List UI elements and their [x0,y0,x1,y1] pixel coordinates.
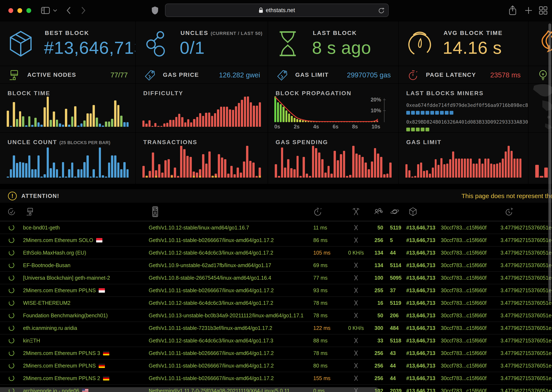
table-row[interactable]: 2Miners.com Ethereum PPLNS 3Geth/v1.10.1… [0,347,552,359]
chevron-down-icon[interactable] [53,9,57,12]
gas-price-value: 126.282 gwei [219,71,260,79]
node-name[interactable]: 2Miners.com Ethereum SOLO [23,237,149,243]
table-row[interactable]: 2Miners.com Ethereum PPLNSGeth/v1.10.11-… [0,359,552,372]
back-button[interactable] [66,6,71,15]
shield-icon[interactable] [151,6,159,15]
node-name[interactable]: Foundation Benchmarking(bench01) [23,313,149,319]
node-mining [344,312,369,319]
node-name[interactable]: 2Miners.com Ethereum PPLNS 2 [23,375,149,381]
reload-icon[interactable] [378,7,385,14]
table-row[interactable]: archivenode.io - node06Nethermind/v1.11.… [0,384,552,392]
node-name[interactable]: bce-bnd01-geth [23,225,149,231]
nodes-table: bce-bnd01-gethGeth/v1.10.12-stable/linux… [0,221,552,392]
miner-blocks-squares [406,111,505,115]
node-total-difficulty: 3.477962715376051e+ [501,287,552,294]
node-name[interactable]: [Universa Blockchain] geth-mainnet-2 [23,275,149,281]
y-tick [383,111,386,111]
y-tick-label: 20% [371,97,381,103]
node-status-icon [0,387,23,392]
node-block-hash: 30ccf783...c15f660f [441,313,501,319]
node-name[interactable]: 2Miners.com Ethereum PPLNS [23,287,149,294]
url-bar[interactable]: ethstats.net [165,4,389,17]
node-block: #13,646,713 [406,225,441,231]
flag-sg-icon [96,238,102,242]
attention-label: ATTENTION! [21,193,59,199]
table-row[interactable]: EthSolo.MaxHash.org (EU)Geth/v1.10.12-st… [0,246,552,259]
node-pending: 2039 [383,388,406,392]
node-name[interactable]: kinΞTH [23,338,149,344]
node-latency: 93 ms [306,287,344,294]
not-mining-icon [353,262,359,268]
node-total-difficulty: 3.477962715376051e+ [501,250,552,256]
node-block: #13,646,713 [406,350,441,356]
table-row[interactable]: 2Miners.com Ethereum PPLNSGeth/v1.10.11-… [0,284,552,296]
active-nodes-card: ACTIVE NODES 77/77 [0,66,135,83]
table-row[interactable]: bce-bnd01-gethGeth/v1.10.12-stable/linux… [0,221,552,234]
node-name[interactable]: 2Miners.com Ethereum PPLNS [23,363,149,369]
sidebar-toggle-icon[interactable] [41,7,50,14]
node-name[interactable]: EthSolo.MaxHash.org (EU) [23,250,149,256]
gas-limit-card: GAS LIMIT 29970705 gas [268,66,398,83]
node-peers: 100 [369,275,383,281]
maximize-window-button[interactable] [26,8,31,13]
flag-us-icon [82,389,88,392]
node-block-hash: 30ccf783...c15f660f [441,388,501,392]
active-nodes-value: 77/77 [110,71,128,79]
node-block-hash: 30ccf783...c15f660f [441,363,501,369]
node-info: Geth/v1.10.11-stable-7231b3ef/linux-amd6… [149,325,306,331]
not-mining-icon [353,388,359,392]
scrollbar-thumb[interactable] [548,23,551,302]
node-name[interactable]: eth.icanmining.ru aridia [23,325,149,331]
node-block: #13,646,713 [406,313,441,319]
node-info: Geth/v1.10.8-stable-26675454/linux-amd64… [149,275,306,281]
share-icon[interactable] [509,6,517,15]
node-icon [23,207,149,217]
stat-title: ACTIVE NODES [27,71,76,78]
new-tab-icon[interactable] [524,6,533,15]
node-info: Nethermind/v1.11.7-0-75f034a08-20211119/… [149,388,306,392]
node-mining [344,375,369,381]
forward-button[interactable] [81,6,86,15]
table-row[interactable]: kinΞTHGeth/v1.10.12-stable-6c4dc6c3/linu… [0,334,552,347]
node-status-icon [0,237,23,244]
node-name[interactable]: WISE-ETHEREUM2 [23,300,149,306]
miner-address[interactable]: 0x829BD824B016326A401d083B33D092293333A8… [406,119,528,125]
node-latency: 11 ms [306,225,344,231]
node-block-hash: 30ccf783...c15f660f [441,262,501,268]
node-peers: 33 [369,338,383,344]
node-mining [344,388,369,392]
hourglass-icon [276,31,299,58]
stat-title: AVG BLOCK TIME [444,30,503,36]
best-block-value: #13,646,713 [44,38,135,58]
node-info-icon [149,206,306,217]
node-block: #13,646,713 [406,388,441,392]
not-mining-icon [353,338,359,343]
tab-overview-icon[interactable] [539,6,548,15]
nodes-table-header [0,203,552,221]
block-cube-icon [406,207,441,217]
not-mining-icon [353,350,359,356]
node-peers: 16 [369,300,383,306]
node-block: #13,646,713 [406,275,441,281]
node-info: Geth/v1.10.11-stable-b0266667/linux-amd6… [149,363,306,369]
table-row[interactable]: WISE-ETHEREUM2Geth/v1.10.12-stable-6c4dc… [0,296,552,309]
node-mining [344,350,369,356]
table-row[interactable]: 2Miners.com Ethereum SOLOGeth/v1.10.11-s… [0,234,552,246]
node-name[interactable]: 2Miners.com Ethereum PPLNS 3 [23,350,149,356]
minimize-window-button[interactable] [17,8,22,13]
not-mining-icon [353,300,359,306]
table-row[interactable]: [Universa Blockchain] geth-mainnet-2Geth… [0,271,552,284]
table-row[interactable]: Foundation Benchmarking(bench01)Geth/v1.… [0,309,552,322]
miner-address[interactable]: 0xea674fdde714fd979de3edf0f56aa9716b898e… [406,103,528,108]
table-row[interactable]: EF-Bootnode-BusanGeth/v1.10.9-unstable-6… [0,259,552,271]
not-mining-icon [353,275,359,281]
node-latency: 69 ms [306,262,344,268]
traffic-lights [8,8,31,13]
node-block: #13,646,713 [406,300,441,306]
node-name[interactable]: archivenode.io - node06 [23,388,149,392]
node-peers: 50 [369,225,383,231]
node-name[interactable]: EF-Bootnode-Busan [23,262,149,268]
table-row[interactable]: 2Miners.com Ethereum PPLNS 2Geth/v1.10.1… [0,372,552,384]
table-row[interactable]: eth.icanmining.ru aridiaGeth/v1.10.11-st… [0,322,552,334]
close-window-button[interactable] [8,8,13,13]
